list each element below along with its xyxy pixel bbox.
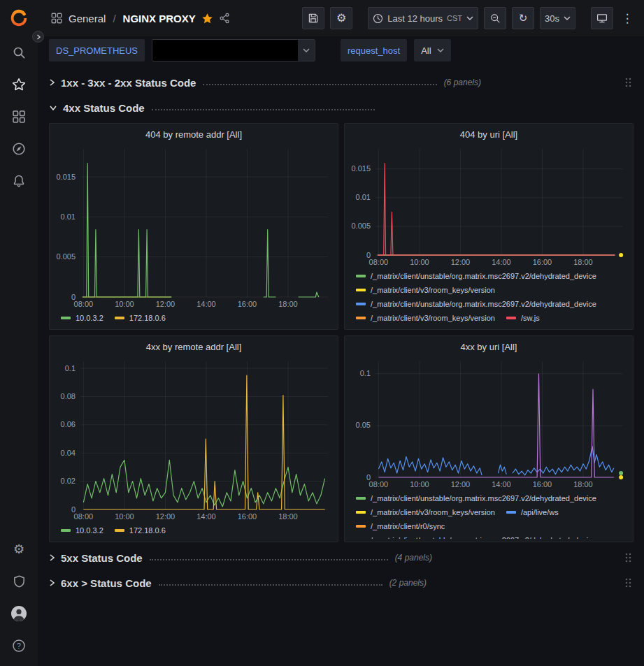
- kebab-menu-icon: ⋮: [622, 13, 634, 24]
- row-drag-handle[interactable]: [624, 577, 632, 588]
- time-series-chart[interactable]: 08:0010:0012:0014:0016:0018:0000.0050.01…: [52, 143, 335, 310]
- legend-item[interactable]: 10.0.3.2: [61, 311, 103, 325]
- panel-legend: /_matrix/client/unstable/org.matrix.msc2…: [348, 490, 630, 539]
- time-range-label: Last 12 hours: [387, 13, 443, 24]
- legend-item[interactable]: 10.0.3.2: [61, 523, 103, 537]
- legend-swatch: [356, 303, 366, 305]
- monitor-icon: [596, 13, 608, 24]
- shield-icon: [13, 574, 26, 588]
- grafana-app: ⚙ ?: [0, 0, 644, 666]
- clock-icon: [373, 13, 383, 24]
- legend-label: 172.18.0.6: [129, 523, 166, 537]
- sidebar-item-help[interactable]: ?: [0, 630, 38, 662]
- sidebar-item-alerting[interactable]: [0, 165, 38, 197]
- panel-title[interactable]: 404 by uri [All]: [348, 126, 630, 143]
- top-navbar: General / NGINX PROXY: [38, 0, 644, 36]
- row-drag-handle[interactable]: [624, 552, 632, 563]
- legend-swatch: [356, 275, 366, 277]
- variable-request-host-label[interactable]: request_host: [341, 39, 407, 61]
- refresh-icon: ↻: [519, 13, 528, 24]
- chevron-right-icon: [36, 34, 41, 40]
- chevron-right-icon: [49, 553, 55, 562]
- svg-text:08:00: 08:00: [74, 300, 94, 308]
- variable-ds-prometheus-label[interactable]: DS_PROMETHEUS: [49, 39, 145, 61]
- panel-title[interactable]: 4xx by remote addr [All]: [52, 339, 335, 356]
- svg-text:0.005: 0.005: [56, 252, 76, 261]
- legend-label: /_matrix/client/v3/room_keys/version: [371, 311, 495, 325]
- panel-title[interactable]: 404 by remote addr [All]: [52, 126, 335, 143]
- refresh-interval-picker[interactable]: 30s: [540, 7, 575, 29]
- sidebar-item-profile[interactable]: [0, 598, 38, 630]
- legend-item[interactable]: /_matrix/client/r0/sync: [356, 519, 445, 533]
- chevron-right-icon: [49, 78, 55, 87]
- legend-item[interactable]: /_matrix/client/unstable/org.matrix.msc2…: [356, 491, 596, 505]
- legend-label: /sw.js: [521, 311, 540, 325]
- time-series-chart[interactable]: 08:0010:0012:0014:0016:0018:0000.050.1: [348, 356, 630, 490]
- chevron-down-icon: [564, 16, 571, 20]
- legend-item[interactable]: 172.18.0.6: [115, 523, 166, 537]
- refresh-button[interactable]: ↻: [512, 7, 534, 29]
- svg-text:0.06: 0.06: [61, 420, 76, 428]
- compass-icon: [12, 142, 26, 156]
- panel-legend: 10.0.3.2172.18.0.6: [52, 522, 335, 539]
- svg-text:0.01: 0.01: [356, 193, 371, 201]
- variable-request-host-value: All: [421, 45, 431, 56]
- save-dashboard-button[interactable]: [302, 7, 324, 29]
- row-1xx-3xx-2xx[interactable]: 1xx - 3xx - 2xx Status Code (6 panels): [49, 73, 634, 92]
- panel-legend: 10.0.3.2172.18.0.6: [52, 310, 335, 326]
- breadcrumb-dashboard-title[interactable]: NGINX PROXY: [123, 13, 196, 24]
- svg-text:18:00: 18:00: [278, 300, 298, 308]
- sidebar-item-server-admin[interactable]: [0, 565, 38, 598]
- sidebar-item-configuration[interactable]: ⚙: [0, 533, 38, 565]
- svg-text:12:00: 12:00: [451, 480, 471, 488]
- legend-label: /_matrix/client/v3/room_keys/version: [371, 283, 495, 297]
- sidebar-item-starred[interactable]: [0, 68, 38, 101]
- legend-label: /_matrix/client/v3/room_keys/version: [371, 505, 495, 519]
- chevron-down-icon: [437, 48, 444, 52]
- row-drag-handle[interactable]: [624, 77, 632, 88]
- svg-text:10:00: 10:00: [115, 512, 134, 521]
- legend-item[interactable]: /_matrix/client/unstable/org.matrix.msc2…: [356, 297, 596, 311]
- variable-request-host-select[interactable]: All: [414, 39, 450, 61]
- svg-text:14:00: 14:00: [492, 258, 511, 266]
- legend-item[interactable]: /_matrix/client/unstable/org.matrix.msc2…: [356, 269, 596, 283]
- legend-item[interactable]: /_matrix/client/v3/room_keys/version: [356, 505, 495, 519]
- legend-item[interactable]: /_matrix/client/v3/room_keys/version: [356, 283, 495, 297]
- time-series-chart[interactable]: 08:0010:0012:0014:0016:0018:0000.0050.01…: [348, 143, 630, 268]
- svg-text:0: 0: [366, 473, 371, 482]
- svg-text:0.01: 0.01: [61, 212, 76, 221]
- row-5xx[interactable]: 5xx Status Code (4 panels): [49, 548, 634, 567]
- share-icon[interactable]: [219, 13, 230, 24]
- sidebar-item-dashboards[interactable]: [0, 101, 38, 133]
- dashboards-grid-icon: [12, 110, 26, 124]
- legend-item[interactable]: /_matrix/client/unstable/org.matrix.msc2…: [356, 533, 596, 539]
- more-options-button[interactable]: ⋮: [619, 7, 636, 29]
- row-6xx[interactable]: 6xx > Status Code (2 panels): [49, 573, 634, 593]
- sidebar-item-search[interactable]: [0, 36, 38, 68]
- panel-grid-4xx: 404 by remote addr [All] 08:0010:0012:00…: [49, 123, 634, 542]
- svg-text:0: 0: [71, 505, 76, 514]
- legend-item[interactable]: /sw.js: [506, 311, 540, 325]
- legend-label: /_matrix/client/r0/sync: [371, 519, 445, 533]
- dashboard-settings-button[interactable]: ⚙: [330, 7, 352, 29]
- sidebar-item-explore[interactable]: [0, 133, 38, 165]
- breadcrumb-folder[interactable]: General: [69, 13, 106, 24]
- svg-text:10:00: 10:00: [410, 258, 429, 266]
- time-series-chart[interactable]: 08:0010:0012:0014:0016:0018:0000.020.040…: [52, 356, 335, 522]
- favorite-star-icon[interactable]: [201, 13, 213, 24]
- tv-mode-button[interactable]: [591, 7, 613, 29]
- row-title: 6xx > Status Code: [61, 577, 152, 589]
- time-range-picker[interactable]: Last 12 hours CST: [368, 7, 478, 29]
- sidebar-expand-button[interactable]: [32, 31, 44, 43]
- legend-item[interactable]: 172.18.0.6: [115, 311, 166, 325]
- legend-swatch: [115, 529, 124, 532]
- grafana-logo[interactable]: [0, 0, 38, 36]
- row-4xx[interactable]: 4xx Status Code: [49, 98, 634, 117]
- zoom-out-button[interactable]: [484, 7, 506, 29]
- svg-text:0.04: 0.04: [61, 449, 76, 457]
- legend-swatch: [356, 525, 366, 528]
- variable-ds-prometheus-select[interactable]: [152, 39, 315, 61]
- legend-item[interactable]: /api/live/ws: [506, 505, 559, 519]
- legend-item[interactable]: /_matrix/client/v3/room_keys/version: [356, 311, 495, 325]
- panel-title[interactable]: 4xx by uri [All]: [348, 339, 630, 356]
